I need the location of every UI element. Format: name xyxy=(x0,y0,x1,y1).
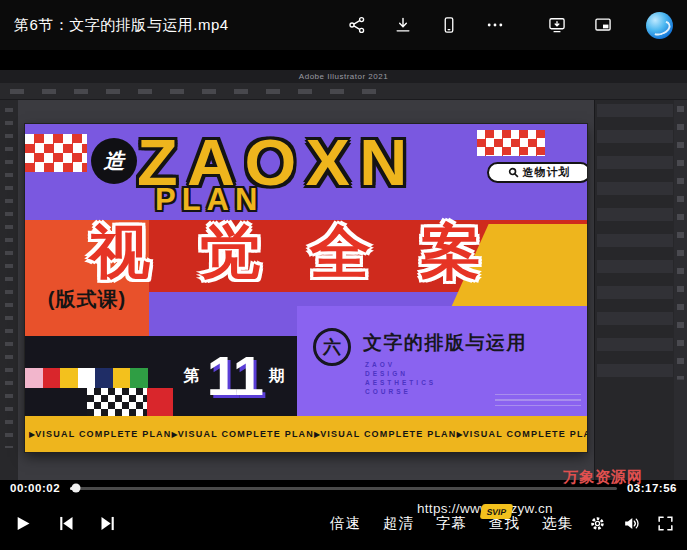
pip-button[interactable] xyxy=(592,14,614,36)
fullscreen-icon xyxy=(656,514,675,533)
course-line: ZAOV xyxy=(365,360,436,369)
send-to-device-button[interactable] xyxy=(438,14,460,36)
checker-pattern-topleft xyxy=(25,134,87,172)
play-button[interactable] xyxy=(12,513,33,534)
issue-number: 11 xyxy=(207,351,262,401)
lesson-title: 文字的排版与运用 xyxy=(363,330,527,356)
color-swatch xyxy=(25,368,43,388)
checker-pattern-bw xyxy=(87,388,147,416)
svip-badge: SVIP xyxy=(480,504,514,519)
more-button[interactable] xyxy=(484,14,506,36)
search-pill-label: 造物计划 xyxy=(523,165,571,180)
next-button[interactable] xyxy=(98,513,119,534)
poster-main-title: 视觉全案 xyxy=(89,214,530,292)
illustrator-body: 造 ZAOXN PLAN 造物计划 (版式课) 视觉全案 xyxy=(0,100,687,480)
share-button[interactable] xyxy=(346,14,368,36)
cast-button[interactable] xyxy=(546,14,568,36)
magnifier-icon xyxy=(508,167,519,178)
fine-print xyxy=(495,394,581,410)
more-dots-icon xyxy=(485,15,505,35)
poster-artboard: 造 ZAOXN PLAN 造物计划 (版式课) 视觉全案 xyxy=(25,124,587,452)
watermark-site-name: 万象资源网 xyxy=(563,468,643,487)
volume-button[interactable] xyxy=(622,514,641,533)
color-swatch xyxy=(60,368,78,388)
banner-item: VISUAL COMPLETE PLAN xyxy=(320,429,456,439)
previous-icon xyxy=(55,513,76,534)
fullscreen-button[interactable] xyxy=(656,514,675,533)
banner-item: VISUAL COMPLETE PLAN xyxy=(463,429,587,439)
color-swatch xyxy=(113,368,131,388)
gear-icon xyxy=(588,514,607,533)
illustrator-panels xyxy=(594,100,687,480)
course-line: COURSE xyxy=(365,387,436,396)
banner-item: VISUAL COMPLETE PLAN xyxy=(35,429,171,439)
course-line: DESIGN xyxy=(365,369,436,378)
color-swatch xyxy=(78,368,96,388)
color-swatch xyxy=(43,368,61,388)
red-square xyxy=(147,388,173,416)
course-lines: ZAOVDESIGNAESTHETICSCOURSE xyxy=(365,360,436,396)
zao-logo: 造 xyxy=(91,138,137,184)
banner-item: VISUAL COMPLETE PLAN xyxy=(178,429,314,439)
download-icon xyxy=(393,15,413,35)
color-swatches xyxy=(25,368,148,388)
lesson-card: 六 文字的排版与运用 ZAOVDESIGNAESTHETICSCOURSE xyxy=(297,306,587,416)
volume-icon xyxy=(622,514,641,533)
poster-brand-word2: PLAN xyxy=(155,182,263,218)
lesson-badge: 六 xyxy=(313,328,351,366)
settings-button[interactable] xyxy=(588,514,607,533)
current-time: 00:00:02 xyxy=(10,482,60,494)
previous-button[interactable] xyxy=(55,513,76,534)
zao-logo-glyph: 造 xyxy=(104,147,125,175)
color-swatch xyxy=(95,368,113,388)
issue-suffix: 期 xyxy=(269,366,285,387)
control-bar: 倍速 超清 字幕 查找 选集 xyxy=(0,497,687,550)
phone-icon xyxy=(439,15,459,35)
share-icon xyxy=(347,15,367,35)
video-surface[interactable]: Adobe Illustrator 2021 造 ZAOXN PLAN 造物计划 xyxy=(0,50,687,480)
quality-button[interactable]: 超清 xyxy=(383,514,414,533)
download-button[interactable] xyxy=(392,14,414,36)
progress-knob[interactable] xyxy=(71,484,80,493)
panel-icon-strip xyxy=(674,100,687,480)
avatar[interactable] xyxy=(646,12,673,39)
progress-bar[interactable] xyxy=(70,487,617,490)
illustrator-window: Adobe Illustrator 2021 造 ZAOXN PLAN 造物计划 xyxy=(0,70,687,480)
play-icon xyxy=(12,513,33,534)
speed-button[interactable]: 倍速 xyxy=(330,514,361,533)
subtitles-button[interactable]: 字幕 xyxy=(436,514,467,533)
episodes-button[interactable]: 选集 xyxy=(542,514,573,533)
course-line: AESTHETICS xyxy=(365,378,436,387)
cast-icon xyxy=(547,15,567,35)
illustrator-canvas: 造 ZAOXN PLAN 造物计划 (版式课) 视觉全案 xyxy=(18,100,594,480)
checker-pattern-topright xyxy=(477,130,545,156)
banner-strip: ▶VISUAL COMPLETE PLAN▶VISUAL COMPLETE PL… xyxy=(25,416,587,452)
video-player-app: 第6节：文字的排版与运用.mp4 Adobe I xyxy=(0,0,687,550)
header-bar: 第6节：文字的排版与运用.mp4 xyxy=(0,0,687,50)
illustrator-options-bar xyxy=(0,83,687,100)
issue-prefix: 第 xyxy=(184,366,200,387)
pip-icon xyxy=(593,15,613,35)
illustrator-titlebar: Adobe Illustrator 2021 xyxy=(0,70,687,83)
next-icon xyxy=(98,513,119,534)
color-swatch xyxy=(130,368,148,388)
video-title: 第6节：文字的排版与运用.mp4 xyxy=(14,16,229,35)
search-pill: 造物计划 xyxy=(487,162,587,183)
illustrator-toolbar xyxy=(0,100,18,480)
header-actions xyxy=(346,12,673,39)
